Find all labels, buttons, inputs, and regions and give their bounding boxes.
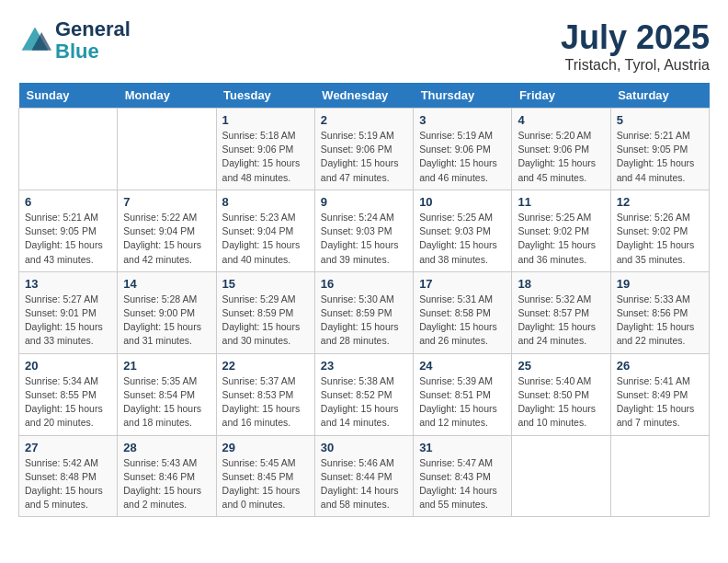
logo-icon (18, 24, 51, 57)
day-info: Sunrise: 5:27 AM Sunset: 9:01 PM Dayligh… (25, 293, 111, 349)
day-of-week-header: Sunday (19, 83, 118, 109)
day-number: 17 (419, 277, 506, 291)
calendar-cell: 26Sunrise: 5:41 AM Sunset: 8:49 PM Dayli… (610, 353, 709, 435)
day-number: 4 (518, 113, 604, 127)
day-info: Sunrise: 5:21 AM Sunset: 9:05 PM Dayligh… (617, 129, 703, 185)
day-info: Sunrise: 5:38 AM Sunset: 8:52 PM Dayligh… (321, 374, 407, 431)
day-info: Sunrise: 5:46 AM Sunset: 8:44 PM Dayligh… (321, 456, 407, 512)
day-number: 27 (25, 441, 111, 454)
day-of-week-header: Monday (118, 83, 216, 109)
day-of-week-header: Thursday (414, 83, 512, 109)
day-number: 12 (617, 195, 703, 209)
day-of-week-header: Tuesday (216, 83, 314, 109)
logo-text: GeneralBlue (55, 18, 131, 63)
day-info: Sunrise: 5:29 AM Sunset: 8:59 PM Dayligh… (222, 293, 309, 349)
day-number: 13 (25, 277, 111, 291)
day-info: Sunrise: 5:22 AM Sunset: 9:04 PM Dayligh… (123, 211, 210, 267)
day-info: Sunrise: 5:31 AM Sunset: 8:58 PM Dayligh… (419, 293, 506, 349)
calendar-cell: 5Sunrise: 5:21 AM Sunset: 9:05 PM Daylig… (610, 109, 709, 190)
calendar-cell: 12Sunrise: 5:26 AM Sunset: 9:02 PM Dayli… (610, 190, 709, 271)
day-info: Sunrise: 5:37 AM Sunset: 8:53 PM Dayligh… (222, 374, 309, 431)
logo: GeneralBlue (18, 18, 131, 63)
calendar-cell (512, 435, 610, 517)
calendar-cell (610, 435, 709, 517)
day-number: 14 (123, 277, 210, 291)
calendar-cell: 28Sunrise: 5:43 AM Sunset: 8:46 PM Dayli… (118, 435, 216, 517)
day-info: Sunrise: 5:19 AM Sunset: 9:06 PM Dayligh… (419, 129, 506, 185)
day-number: 11 (518, 195, 604, 209)
calendar-cell: 18Sunrise: 5:32 AM Sunset: 8:57 PM Dayli… (512, 271, 610, 353)
calendar-header-row: SundayMondayTuesdayWednesdayThursdayFrid… (19, 83, 710, 109)
day-info: Sunrise: 5:18 AM Sunset: 9:06 PM Dayligh… (222, 129, 309, 185)
calendar-cell: 9Sunrise: 5:24 AM Sunset: 9:03 PM Daylig… (314, 190, 413, 271)
day-info: Sunrise: 5:26 AM Sunset: 9:02 PM Dayligh… (617, 211, 703, 267)
day-of-week-header: Saturday (610, 83, 709, 109)
day-of-week-header: Friday (512, 83, 610, 109)
day-number: 3 (419, 113, 506, 127)
calendar-cell: 16Sunrise: 5:30 AM Sunset: 8:59 PM Dayli… (314, 271, 413, 353)
calendar-cell: 11Sunrise: 5:25 AM Sunset: 9:02 PM Dayli… (512, 190, 610, 271)
day-number: 24 (419, 359, 506, 373)
calendar-cell: 10Sunrise: 5:25 AM Sunset: 9:03 PM Dayli… (414, 190, 512, 271)
day-number: 2 (321, 113, 407, 127)
day-info: Sunrise: 5:34 AM Sunset: 8:55 PM Dayligh… (25, 374, 111, 431)
day-info: Sunrise: 5:28 AM Sunset: 9:00 PM Dayligh… (123, 293, 210, 349)
day-number: 16 (321, 277, 407, 291)
day-info: Sunrise: 5:19 AM Sunset: 9:06 PM Dayligh… (321, 129, 407, 185)
calendar-week-row: 1Sunrise: 5:18 AM Sunset: 9:06 PM Daylig… (19, 109, 710, 190)
calendar-cell: 8Sunrise: 5:23 AM Sunset: 9:04 PM Daylig… (216, 190, 314, 271)
day-number: 19 (617, 277, 703, 291)
day-of-week-header: Wednesday (314, 83, 413, 109)
day-number: 9 (321, 195, 407, 209)
calendar-week-row: 20Sunrise: 5:34 AM Sunset: 8:55 PM Dayli… (19, 353, 710, 435)
calendar-week-row: 13Sunrise: 5:27 AM Sunset: 9:01 PM Dayli… (19, 271, 710, 353)
day-number: 7 (123, 195, 210, 209)
calendar-cell: 17Sunrise: 5:31 AM Sunset: 8:58 PM Dayli… (414, 271, 512, 353)
day-number: 5 (617, 113, 703, 127)
calendar-cell: 4Sunrise: 5:20 AM Sunset: 9:06 PM Daylig… (512, 109, 610, 190)
day-number: 8 (222, 195, 309, 209)
day-number: 18 (518, 277, 604, 291)
day-info: Sunrise: 5:21 AM Sunset: 9:05 PM Dayligh… (25, 211, 111, 267)
day-number: 21 (123, 359, 210, 373)
day-info: Sunrise: 5:45 AM Sunset: 8:45 PM Dayligh… (222, 456, 309, 512)
day-info: Sunrise: 5:43 AM Sunset: 8:46 PM Dayligh… (123, 456, 210, 512)
day-number: 26 (617, 359, 703, 373)
day-info: Sunrise: 5:42 AM Sunset: 8:48 PM Dayligh… (25, 456, 111, 512)
calendar-cell: 13Sunrise: 5:27 AM Sunset: 9:01 PM Dayli… (19, 271, 118, 353)
day-info: Sunrise: 5:23 AM Sunset: 9:04 PM Dayligh… (222, 211, 309, 267)
calendar-cell: 6Sunrise: 5:21 AM Sunset: 9:05 PM Daylig… (19, 190, 118, 271)
day-info: Sunrise: 5:24 AM Sunset: 9:03 PM Dayligh… (321, 211, 407, 267)
day-number: 30 (321, 441, 407, 454)
calendar-cell (19, 109, 118, 190)
day-number: 1 (222, 113, 309, 127)
calendar-cell: 31Sunrise: 5:47 AM Sunset: 8:43 PM Dayli… (414, 435, 512, 517)
calendar-cell: 27Sunrise: 5:42 AM Sunset: 8:48 PM Dayli… (19, 435, 118, 517)
month-title: July 2025 (561, 18, 710, 57)
calendar-cell: 30Sunrise: 5:46 AM Sunset: 8:44 PM Dayli… (314, 435, 413, 517)
day-number: 15 (222, 277, 309, 291)
page-header: GeneralBlue July 2025 Tristach, Tyrol, A… (18, 18, 710, 74)
day-info: Sunrise: 5:47 AM Sunset: 8:43 PM Dayligh… (419, 456, 506, 512)
day-info: Sunrise: 5:39 AM Sunset: 8:51 PM Dayligh… (419, 374, 506, 431)
day-number: 29 (222, 441, 309, 454)
calendar-cell: 23Sunrise: 5:38 AM Sunset: 8:52 PM Dayli… (314, 353, 413, 435)
calendar-cell: 2Sunrise: 5:19 AM Sunset: 9:06 PM Daylig… (314, 109, 413, 190)
day-number: 6 (25, 195, 111, 209)
calendar-cell: 24Sunrise: 5:39 AM Sunset: 8:51 PM Dayli… (414, 353, 512, 435)
calendar-cell: 3Sunrise: 5:19 AM Sunset: 9:06 PM Daylig… (414, 109, 512, 190)
day-info: Sunrise: 5:25 AM Sunset: 9:02 PM Dayligh… (518, 211, 604, 267)
calendar-table: SundayMondayTuesdayWednesdayThursdayFrid… (18, 83, 710, 517)
day-info: Sunrise: 5:30 AM Sunset: 8:59 PM Dayligh… (321, 293, 407, 349)
day-info: Sunrise: 5:35 AM Sunset: 8:54 PM Dayligh… (123, 374, 210, 431)
day-info: Sunrise: 5:20 AM Sunset: 9:06 PM Dayligh… (518, 129, 604, 185)
calendar-cell: 25Sunrise: 5:40 AM Sunset: 8:50 PM Dayli… (512, 353, 610, 435)
day-number: 31 (419, 441, 506, 454)
day-info: Sunrise: 5:41 AM Sunset: 8:49 PM Dayligh… (617, 374, 703, 431)
calendar-cell: 19Sunrise: 5:33 AM Sunset: 8:56 PM Dayli… (610, 271, 709, 353)
title-block: July 2025 Tristach, Tyrol, Austria (561, 18, 710, 74)
calendar-cell: 1Sunrise: 5:18 AM Sunset: 9:06 PM Daylig… (216, 109, 314, 190)
calendar-cell: 15Sunrise: 5:29 AM Sunset: 8:59 PM Dayli… (216, 271, 314, 353)
day-number: 20 (25, 359, 111, 373)
day-number: 25 (518, 359, 604, 373)
